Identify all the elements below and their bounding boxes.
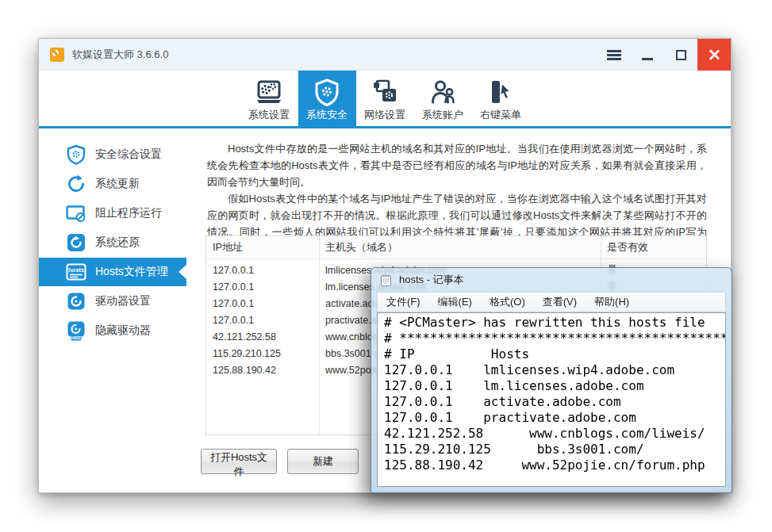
hosts-file-line: # **************************************… [384, 331, 725, 346]
notepad-titlebar[interactable]: hosts - 记事本 [371, 268, 732, 292]
hosts-file-line: # IP Hosts [384, 346, 725, 362]
table-header: IP地址 主机头（域名） 是否有效 [206, 236, 706, 259]
tab-network-settings[interactable]: 网络设置 [356, 71, 414, 126]
menu-edit[interactable]: 编辑(E) [429, 295, 481, 309]
window-controls [597, 39, 731, 71]
minimize-icon [642, 58, 653, 60]
restore-icon [66, 232, 86, 253]
sidebar-item-label: 隐藏驱动器 [95, 323, 151, 338]
cell-ip: 127.0.0.1 [206, 265, 319, 276]
description-paragraph-1: Hosts文件中存放的是一些网站主机的域名和其对应的IP地址。当我们在使用浏览器… [194, 140, 731, 190]
hosts-badge-icon: hosts [66, 262, 86, 282]
cell-ip: 115.29.210.125 [206, 348, 319, 359]
sidebar-item-label: 安全综合设置 [95, 147, 162, 162]
sidebar-item-label: Hosts文件管理 [95, 265, 168, 279]
menu-button[interactable] [597, 39, 631, 71]
tab-label: 系统账户 [422, 108, 463, 122]
hosts-file-line: 127.0.0.1 lm.licenses.adobe.com [384, 378, 725, 394]
sidebar-item-hide-drives[interactable]: HIDE 隐藏驱动器 [39, 316, 186, 345]
block-program-icon [66, 203, 86, 224]
hosts-file-line: 115.29.210.125 bbs.3s001.com/ [384, 442, 725, 457]
cell-ip: 127.0.0.1 [206, 281, 319, 293]
maximize-icon [676, 50, 686, 60]
sidebar-item-label: 驱动器设置 [95, 294, 151, 308]
minimize-button[interactable] [631, 39, 664, 71]
tab-label: 网络设置 [364, 108, 405, 122]
menu-file[interactable]: 文件(F) [378, 295, 429, 309]
sidebar-item-security-settings[interactable]: 安全综合设置 [39, 140, 186, 169]
sidebar-item-drive-settings[interactable]: 驱动器设置 [39, 287, 186, 316]
sidebar-item-system-update[interactable]: 系统更新 [39, 170, 186, 198]
maximize-button[interactable] [664, 39, 697, 71]
system-accounts-icon [428, 77, 458, 107]
hidden-drive-icon: HIDE [66, 320, 86, 341]
app-titlebar[interactable]: 软媒设置大师 3.6.6.0 [39, 39, 731, 71]
shield-gear-icon [66, 144, 86, 165]
window-title: 软媒设置大师 3.6.6.0 [72, 48, 168, 62]
context-menu-icon [486, 77, 516, 107]
tab-system-security[interactable]: 系统安全 [298, 71, 356, 126]
close-icon [708, 48, 720, 61]
close-button[interactable] [697, 39, 731, 71]
refresh-icon [66, 174, 86, 194]
new-entry-button[interactable]: 新建 [287, 449, 359, 474]
menu-view[interactable]: 查看(V) [534, 295, 586, 309]
svg-text:hosts: hosts [68, 266, 84, 274]
menu-format[interactable]: 格式(O) [481, 295, 534, 309]
svg-text:HIDE: HIDE [71, 335, 82, 340]
header-valid: 是否有效 [601, 240, 706, 255]
cell-ip: 127.0.0.1 [206, 315, 319, 326]
sidebar-item-block-programs[interactable]: 阻止程序运行 [39, 199, 186, 228]
open-hosts-file-button[interactable]: 打开Hosts文件 [201, 449, 277, 474]
sidebar-item-label: 阻止程序运行 [95, 206, 162, 220]
sidebar-item-hosts-management[interactable]: hosts Hosts文件管理 [39, 258, 186, 286]
cell-ip: 42.121.252.58 [206, 331, 319, 343]
cell-ip: 125.88.190.42 [206, 365, 319, 376]
tab-context-menu[interactable]: 右键菜单 [472, 71, 530, 126]
cell-ip: 127.0.0.1 [206, 298, 319, 309]
app-gear-icon [50, 48, 64, 62]
tab-label: 右键菜单 [480, 108, 521, 122]
notepad-menubar: 文件(F) 编辑(E) 格式(O) 查看(V) 帮助(H) [377, 292, 726, 312]
hosts-file-line: 127.0.0.1 lmlicenses.wip4.adobe.com [384, 362, 725, 378]
sidebar-item-label: 系统还原 [95, 235, 140, 250]
system-settings-icon [254, 77, 284, 107]
drive-settings-icon [66, 291, 86, 312]
tab-system-settings[interactable]: 系统设置 [240, 71, 298, 126]
tab-system-accounts[interactable]: 系统账户 [414, 71, 472, 126]
header-ip: IP地址 [206, 240, 319, 255]
network-settings-icon [370, 77, 400, 107]
menu-help[interactable]: 帮助(H) [586, 295, 638, 309]
column-divider [319, 236, 320, 434]
hosts-file-line: # <PCMaster> has rewritten this hosts fi… [384, 315, 725, 331]
sidebar-item-system-restore[interactable]: 系统还原 [39, 228, 186, 257]
top-tab-bar: 系统设置 系统安全 [39, 71, 731, 126]
notepad-text-area[interactable]: # <PCMaster> has rewritten this hosts fi… [377, 312, 726, 487]
notepad-icon [379, 274, 393, 287]
sidebar-item-label: 系统更新 [95, 177, 140, 191]
hosts-file-line: 125.88.190.42 www.52pojie.cn/forum.php [384, 457, 725, 473]
notepad-window: hosts - 记事本 文件(F) 编辑(E) 格式(O) 查看(V) 帮助(H… [371, 267, 732, 493]
tab-label: 系统设置 [248, 108, 290, 122]
tab-label: 系统安全 [306, 108, 348, 122]
hosts-file-line: 42.121.252.58 www.cnblogs.com/liweis/ [384, 426, 725, 442]
system-security-icon [312, 77, 342, 107]
sidebar: 安全综合设置 系统更新 阻止程序运行 [39, 128, 186, 492]
hosts-file-line: 127.0.0.1 activate.adobe.com [384, 394, 725, 410]
hosts-file-line: 127.0.0.1 practivate.adobe.com [384, 410, 725, 426]
hamburger-icon [607, 48, 621, 62]
notepad-title: hosts - 记事本 [399, 273, 464, 287]
header-host: 主机头（域名） [319, 240, 601, 255]
